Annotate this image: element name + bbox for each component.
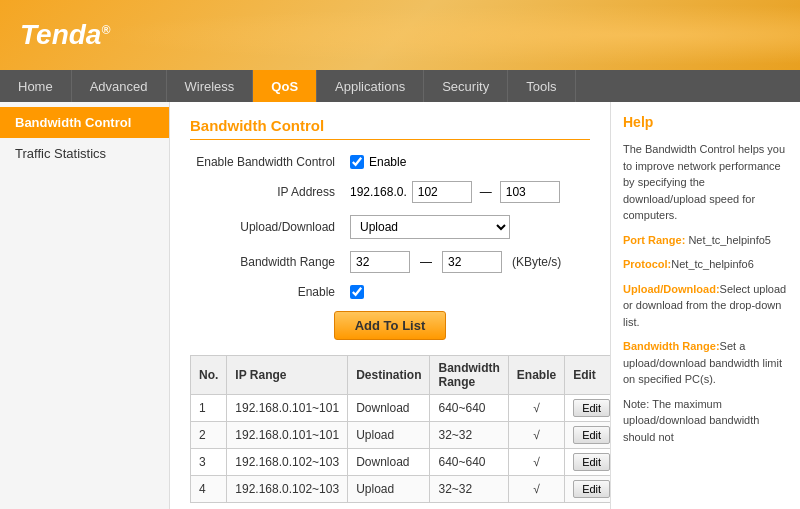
logo: Tenda® — [20, 19, 110, 51]
help-port-range: Port Range: Net_tc_helpinfo5 — [623, 232, 788, 249]
cell-enable: √ — [508, 395, 564, 422]
bw-range-label: Bandwidth Range — [190, 255, 350, 269]
enable-label: Enable Bandwidth Control — [190, 155, 350, 169]
help-bw-range: Bandwidth Range:Set a upload/download ba… — [623, 338, 788, 388]
cell-ip-range: 192.168.0.101~101 — [227, 422, 348, 449]
sidebar-item-bandwidth-control[interactable]: Bandwidth Control — [0, 107, 169, 138]
main-layout: Bandwidth Control Traffic Statistics Ban… — [0, 102, 800, 509]
table-row: 4 192.168.0.102~103 Upload 32~32 √ Edit … — [191, 476, 611, 503]
edit-button[interactable]: Edit — [573, 426, 610, 444]
enable-row2-control — [350, 285, 364, 299]
bandwidth-table: No. IP Range Destination Bandwidth Range… — [190, 355, 610, 503]
cell-enable: √ — [508, 476, 564, 503]
nav-qos[interactable]: QoS — [253, 70, 317, 102]
ip-control: 192.168.0. — — [350, 181, 560, 203]
help-protocol-value: Net_tc_helpinfo6 — [671, 258, 754, 270]
help-upload-download: Upload/Download:Select upload or downloa… — [623, 281, 788, 331]
cell-destination: Upload — [348, 476, 430, 503]
col-bw-range: Bandwidth Range — [430, 356, 508, 395]
help-note: Note: The maximum upload/download bandwi… — [623, 396, 788, 446]
enable-row2-label: Enable — [190, 285, 350, 299]
help-bwr-label: Bandwidth Range: — [623, 340, 720, 352]
col-destination: Destination — [348, 356, 430, 395]
bw-unit: (KByte/s) — [512, 255, 561, 269]
main-nav: Home Advanced Wireless QoS Applications … — [0, 70, 800, 102]
cell-edit: Edit — [565, 395, 610, 422]
cell-bw-range: 32~32 — [430, 422, 508, 449]
col-no: No. — [191, 356, 227, 395]
help-description: The Bandwidth Control helps you to impro… — [623, 141, 788, 224]
cell-no: 4 — [191, 476, 227, 503]
cell-enable: √ — [508, 422, 564, 449]
cell-edit: Edit — [565, 422, 610, 449]
help-protocol-label: Protocol: — [623, 258, 671, 270]
enable-text: Enable — [369, 155, 406, 169]
upload-download-row: Upload/Download Upload Download — [190, 215, 590, 239]
bw-separator: — — [420, 255, 432, 269]
enable-row2-checkbox[interactable] — [350, 285, 364, 299]
help-port-range-value: Net_tc_helpinfo5 — [688, 234, 771, 246]
enable-row2: Enable — [190, 285, 590, 299]
table-row: 2 192.168.0.101~101 Upload 32~32 √ Edit … — [191, 422, 611, 449]
nav-home[interactable]: Home — [0, 70, 72, 102]
add-to-list-button[interactable]: Add To List — [334, 311, 447, 340]
upload-download-label: Upload/Download — [190, 220, 350, 234]
cell-ip-range: 192.168.0.101~101 — [227, 395, 348, 422]
nav-security[interactable]: Security — [424, 70, 508, 102]
enable-checkbox[interactable] — [350, 155, 364, 169]
cell-edit: Edit — [565, 476, 610, 503]
cell-no: 3 — [191, 449, 227, 476]
edit-button[interactable]: Edit — [573, 399, 610, 417]
cell-ip-range: 192.168.0.102~103 — [227, 449, 348, 476]
nav-wireless[interactable]: Wireless — [167, 70, 254, 102]
help-ud-label: Upload/Download: — [623, 283, 720, 295]
cell-no: 2 — [191, 422, 227, 449]
bw-range-row: Bandwidth Range — (KByte/s) — [190, 251, 590, 273]
cell-bw-range: 32~32 — [430, 476, 508, 503]
help-title: Help — [623, 112, 788, 133]
help-protocol: Protocol:Net_tc_helpinfo6 — [623, 256, 788, 273]
col-edit: Edit — [565, 356, 610, 395]
upload-download-control: Upload Download — [350, 215, 510, 239]
bw-range-control: — (KByte/s) — [350, 251, 561, 273]
col-enable: Enable — [508, 356, 564, 395]
help-note-label: Note: — [623, 398, 649, 410]
enable-row: Enable Bandwidth Control Enable — [190, 155, 590, 169]
page-title: Bandwidth Control — [190, 117, 590, 140]
table-header-row: No. IP Range Destination Bandwidth Range… — [191, 356, 611, 395]
sidebar-item-traffic-statistics[interactable]: Traffic Statistics — [0, 138, 169, 169]
ip-from-input[interactable] — [412, 181, 472, 203]
cell-ip-range: 192.168.0.102~103 — [227, 476, 348, 503]
nav-applications[interactable]: Applications — [317, 70, 424, 102]
edit-button[interactable]: Edit — [573, 480, 610, 498]
col-ip-range: IP Range — [227, 356, 348, 395]
ip-separator: — — [480, 185, 492, 199]
nav-tools[interactable]: Tools — [508, 70, 575, 102]
cell-destination: Download — [348, 449, 430, 476]
upload-download-select[interactable]: Upload Download — [350, 215, 510, 239]
cell-bw-range: 640~640 — [430, 395, 508, 422]
sidebar: Bandwidth Control Traffic Statistics — [0, 102, 170, 509]
cell-destination: Upload — [348, 422, 430, 449]
help-panel: Help The Bandwidth Control helps you to … — [610, 102, 800, 509]
bw-from-input[interactable] — [350, 251, 410, 273]
ip-prefix: 192.168.0. — [350, 185, 407, 199]
edit-button[interactable]: Edit — [573, 453, 610, 471]
cell-no: 1 — [191, 395, 227, 422]
cell-bw-range: 640~640 — [430, 449, 508, 476]
cell-destination: Download — [348, 395, 430, 422]
enable-control: Enable — [350, 155, 406, 169]
table-row: 1 192.168.0.101~101 Download 640~640 √ E… — [191, 395, 611, 422]
table-row: 3 192.168.0.102~103 Download 640~640 √ E… — [191, 449, 611, 476]
ip-row: IP Address 192.168.0. — — [190, 181, 590, 203]
help-port-range-label: Port Range: — [623, 234, 685, 246]
bw-to-input[interactable] — [442, 251, 502, 273]
header: Tenda® — [0, 0, 800, 70]
cell-edit: Edit — [565, 449, 610, 476]
content-area: Bandwidth Control Enable Bandwidth Contr… — [170, 102, 610, 509]
ip-label: IP Address — [190, 185, 350, 199]
cell-enable: √ — [508, 449, 564, 476]
nav-advanced[interactable]: Advanced — [72, 70, 167, 102]
ip-to-input[interactable] — [500, 181, 560, 203]
